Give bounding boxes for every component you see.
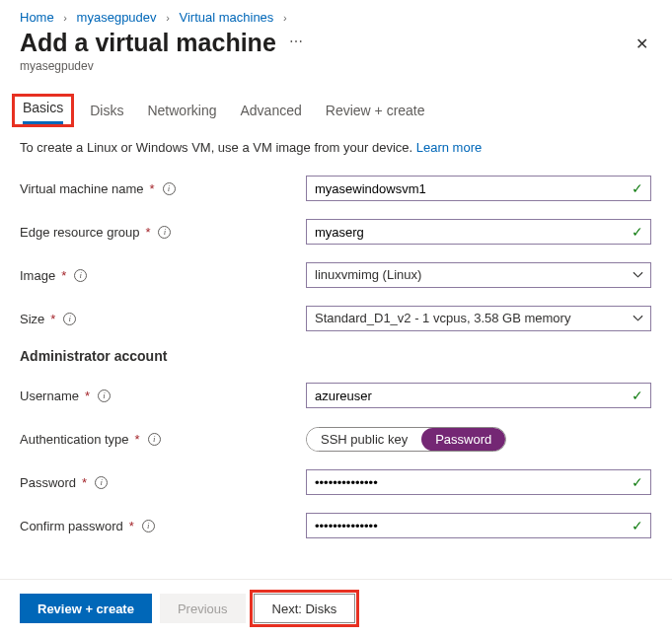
- page-subtitle: myasegpudev: [20, 59, 652, 73]
- auth-ssh-option[interactable]: SSH public key: [307, 428, 421, 451]
- info-icon[interactable]: i: [74, 269, 87, 282]
- tab-list: Basics Disks Networking Advanced Review …: [0, 97, 672, 124]
- auth-password-option[interactable]: Password: [421, 428, 505, 451]
- chevron-right-icon: ›: [63, 12, 67, 24]
- chevron-right-icon: ›: [283, 12, 287, 24]
- previous-button[interactable]: Previous: [160, 594, 246, 623]
- label-size: Size* i: [20, 312, 306, 326]
- info-icon[interactable]: i: [95, 476, 108, 489]
- confirm-password-input[interactable]: [306, 513, 651, 538]
- info-icon[interactable]: i: [142, 520, 155, 532]
- label-image: Image* i: [20, 268, 306, 283]
- admin-section-heading: Administrator account: [20, 348, 652, 364]
- breadcrumb-home[interactable]: Home: [20, 10, 54, 25]
- review-create-button[interactable]: Review + create: [20, 594, 152, 623]
- info-icon[interactable]: i: [98, 389, 111, 402]
- tab-networking[interactable]: Networking: [147, 97, 216, 124]
- label-auth-type: Authentication type* i: [20, 432, 306, 447]
- label-vm-name: Virtual machine name* i: [20, 181, 306, 196]
- page-title: Add a virtual machine: [20, 29, 276, 57]
- description: To create a Linux or Windows VM, use a V…: [0, 124, 672, 175]
- wizard-footer: Review + create Previous Next: Disks: [0, 579, 672, 637]
- close-button[interactable]: ✕: [635, 35, 648, 53]
- label-confirm-password: Confirm password* i: [20, 519, 306, 533]
- more-actions-icon[interactable]: ⋯: [289, 34, 303, 49]
- vm-name-input[interactable]: [306, 176, 651, 201]
- auth-type-toggle: SSH public key Password: [306, 427, 506, 452]
- chevron-right-icon: ›: [166, 12, 170, 24]
- label-password: Password* i: [20, 475, 306, 490]
- tab-advanced[interactable]: Advanced: [241, 97, 302, 124]
- info-icon[interactable]: i: [158, 226, 171, 239]
- tab-review[interactable]: Review + create: [326, 97, 425, 124]
- tab-disks[interactable]: Disks: [90, 97, 123, 124]
- tab-basics[interactable]: Basics: [23, 94, 63, 124]
- breadcrumb: Home › myasegpudev › Virtual machines ›: [0, 0, 672, 25]
- image-select[interactable]: linuxvmimg (Linux): [306, 262, 651, 288]
- size-select[interactable]: Standard_D1_v2 - 1 vcpus, 3.58 GB memory: [306, 306, 651, 331]
- info-icon[interactable]: i: [63, 313, 76, 325]
- resource-group-input[interactable]: [306, 219, 651, 245]
- username-input[interactable]: [306, 383, 651, 408]
- info-icon[interactable]: i: [163, 182, 176, 195]
- info-icon[interactable]: i: [148, 433, 161, 446]
- breadcrumb-vms[interactable]: Virtual machines: [179, 10, 273, 25]
- form-basics: Virtual machine name* i ✓ Edge resource …: [0, 175, 672, 539]
- password-input[interactable]: [306, 469, 651, 495]
- next-button[interactable]: Next: Disks: [254, 594, 356, 623]
- label-username: Username* i: [20, 389, 306, 403]
- learn-more-link[interactable]: Learn more: [416, 140, 482, 155]
- page-header: Add a virtual machine ⋯ myasegpudev ✕: [0, 25, 672, 73]
- breadcrumb-device[interactable]: myasegpudev: [77, 10, 157, 25]
- label-resource-group: Edge resource group* i: [20, 225, 306, 240]
